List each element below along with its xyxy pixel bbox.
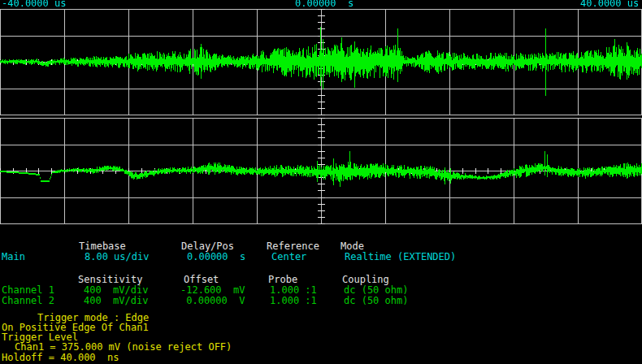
channel-1-probe: 1.000 :1 [270, 286, 317, 295]
offset-header: Offset [184, 275, 219, 284]
sensitivity-header: Sensitivity [78, 275, 142, 284]
oscilloscope-screen: -40.0000 us 0.00000 s 40.0000 us Timebas… [0, 0, 642, 364]
time-axis-center-label: 0.00000 s [295, 0, 354, 8]
channel-2-offset: 0.00000 V [180, 297, 245, 306]
timebase-row-label: Main [2, 253, 25, 262]
waveform-display [0, 0, 642, 236]
mode-header: Mode [341, 242, 364, 251]
timebase-value: 8.00 us/div [85, 253, 149, 262]
channel-1-label: Channel 1 [2, 286, 54, 295]
channel-1-coupling: dc (50 ohm) [344, 286, 408, 295]
time-axis-right-label: 40.0000 us [580, 0, 639, 8]
channel-2-probe: 1.000 :1 [270, 297, 317, 306]
reference-header: Reference [267, 242, 319, 251]
mode-value: Realtime (EXTENDED) [345, 253, 456, 262]
delay-pos-value: 0.00000 s [187, 253, 245, 262]
time-axis-left-label: -40.0000 us [2, 0, 66, 8]
channel-1-sensitivity: 400 mV/div [84, 286, 148, 295]
channel-2-coupling: dc (50 ohm) [344, 297, 408, 306]
trigger-holdoff: Holdoff = 40.000 ns [2, 353, 119, 362]
coupling-header: Coupling [342, 275, 389, 284]
timebase-header: Timebase [79, 242, 126, 251]
trigger-level-value: Chan1 = 375.000 mV (noise reject OFF) [15, 343, 232, 352]
channel-2-sensitivity: 400 mV/div [84, 297, 148, 306]
channel-1-offset: -12.600 mV [180, 286, 245, 295]
delay-pos-header: Delay/Pos [181, 242, 234, 251]
channel-2-label: Channel 2 [2, 297, 54, 306]
reference-value: Center [271, 253, 306, 262]
probe-header: Probe [268, 275, 297, 284]
